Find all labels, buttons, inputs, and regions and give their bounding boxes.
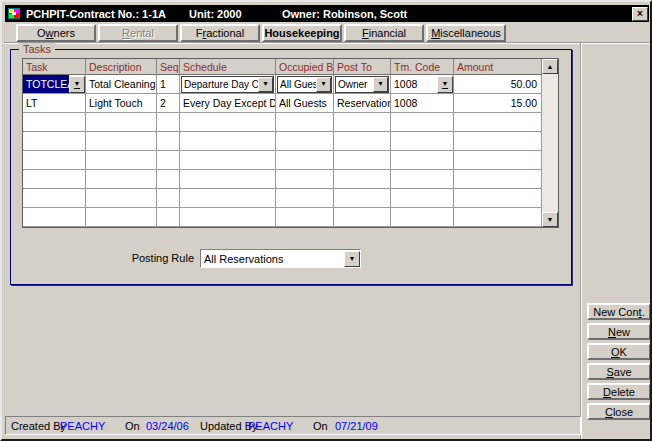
empty-cell [23, 132, 86, 151]
empty-cell [86, 189, 157, 208]
side-panel-divider [580, 43, 582, 439]
task-cell[interactable]: TOTCLEAN▼ [23, 75, 86, 94]
schedule-cell-combobox[interactable]: Departure Day Only▾ [181, 76, 274, 93]
tab-financial[interactable]: Financial [344, 24, 424, 42]
empty-cell [454, 113, 542, 132]
seq-cell[interactable]: 2 [157, 94, 180, 113]
tab-owners[interactable]: Owners [16, 24, 96, 42]
posting-rule-combobox[interactable]: All Reservations ▾ [200, 249, 361, 268]
empty-cell [157, 208, 180, 227]
ok-button[interactable]: OK [587, 343, 651, 360]
occupied-by-cell[interactable]: All Guests▾ [276, 75, 334, 94]
empty-cell [180, 113, 276, 132]
empty-cell [276, 151, 334, 170]
selected-cell-text: TOTCLEAN [23, 75, 69, 93]
description-cell[interactable]: Total Cleaning [86, 75, 157, 94]
seq-cell[interactable]: 1 [157, 75, 180, 94]
new-cont-button[interactable]: New Cont. [587, 303, 651, 320]
empty-cell [276, 208, 334, 227]
empty-cell [334, 189, 391, 208]
post-to-cell[interactable]: Reservation [334, 94, 391, 113]
scroll-up-icon: ▲ [547, 63, 554, 70]
description-cell[interactable]: Light Touch [86, 94, 157, 113]
drop-list-icon: ▼ [442, 80, 449, 89]
empty-cell [454, 151, 542, 170]
posting-rule-dropdown-button[interactable]: ▾ [344, 251, 360, 267]
empty-cell [86, 151, 157, 170]
empty-cell [157, 132, 180, 151]
created-date-value: 03/24/06 [146, 420, 189, 432]
updated-date-value: 07/21/09 [335, 420, 378, 432]
empty-cell [180, 189, 276, 208]
titlebar-owner: Owner: Robinson, Scott [282, 8, 632, 20]
empty-cell [276, 170, 334, 189]
empty-cell [180, 170, 276, 189]
empty-cell [157, 170, 180, 189]
post-to-cell-combobox[interactable]: Owner▾ [335, 76, 389, 93]
empty-cell [454, 208, 542, 227]
grid-empty-row [23, 189, 542, 208]
empty-cell [276, 132, 334, 151]
empty-cell [454, 189, 542, 208]
titlebar: PCHPIT-Contract No.: 1-1A Unit: 2000 Own… [5, 5, 649, 22]
empty-cell [276, 189, 334, 208]
empty-cell [334, 151, 391, 170]
new-button[interactable]: New [587, 323, 651, 340]
save-button[interactable]: Save [587, 363, 651, 380]
column-header-amount: Amount [454, 59, 542, 75]
amount-cell[interactable]: 15.00 [454, 94, 542, 113]
scroll-down-button[interactable]: ▼ [542, 212, 558, 227]
empty-cell [157, 151, 180, 170]
empty-cell [23, 113, 86, 132]
tab-housekeeping[interactable]: Housekeeping [262, 24, 342, 42]
column-header-schedule: Schedule [180, 59, 276, 75]
empty-cell [23, 151, 86, 170]
grid-vertical-scrollbar[interactable]: ▲ ▼ [542, 59, 558, 227]
empty-cell [334, 113, 391, 132]
tm-code-cell[interactable]: 1008 [391, 94, 454, 113]
created-on-label: On [125, 420, 140, 432]
empty-cell [334, 132, 391, 151]
schedule-cell[interactable]: Departure Day Only▾ [180, 75, 276, 94]
column-header-post-to: Post To [334, 59, 391, 75]
delete-button[interactable]: Delete [587, 383, 651, 400]
posting-rule-value: All Reservations [201, 253, 344, 265]
tm-code-cell[interactable]: 1008▼ [391, 75, 454, 94]
empty-cell [334, 208, 391, 227]
schedule-cell[interactable]: Every Day Except Depart [180, 94, 276, 113]
post-to-cell[interactable]: Owner▾ [334, 75, 391, 94]
grid-empty-row [23, 151, 542, 170]
empty-cell [391, 151, 454, 170]
task-drop-button[interactable]: ▼ [69, 76, 85, 93]
empty-cell [276, 113, 334, 132]
chevron-down-icon[interactable]: ▾ [373, 77, 388, 92]
empty-cell [180, 132, 276, 151]
column-header-task: Task [23, 59, 86, 75]
tm-code-drop-button[interactable]: ▼ [437, 76, 453, 93]
post-to-cell-combobox-value: Owner [336, 79, 373, 90]
tab-miscellaneous[interactable]: Miscellaneous [426, 24, 506, 42]
column-header-tm-code: Tm. Code [391, 59, 454, 75]
chevron-down-icon[interactable]: ▾ [316, 77, 331, 92]
posting-rule-label: Posting Rule [11, 252, 194, 264]
grid-empty-row [23, 132, 542, 151]
task-cell[interactable]: LT [23, 94, 86, 113]
empty-cell [86, 113, 157, 132]
occupied-by-cell[interactable]: All Guests [276, 94, 334, 113]
tasks-grid: TaskDescriptionSeq.ScheduleOccupied ByPo… [22, 58, 559, 228]
created-by-label: Created By [11, 420, 66, 432]
tab-fractional[interactable]: Fractional [180, 24, 260, 42]
scroll-up-button[interactable]: ▲ [542, 59, 558, 74]
column-header-seq: Seq. [157, 59, 180, 75]
empty-cell [86, 132, 157, 151]
column-header-occupied-by: Occupied By [276, 59, 334, 75]
close-button[interactable]: Close [587, 403, 651, 420]
occupied-by-cell-combobox[interactable]: All Guests▾ [277, 76, 332, 93]
close-button[interactable]: × [632, 7, 648, 21]
empty-cell [391, 208, 454, 227]
tab-panel-divider [4, 42, 652, 44]
empty-cell [23, 208, 86, 227]
chevron-down-icon[interactable]: ▾ [258, 77, 273, 92]
amount-cell[interactable]: 50.00 [454, 75, 542, 94]
tasks-group-label: Tasks [19, 43, 55, 55]
